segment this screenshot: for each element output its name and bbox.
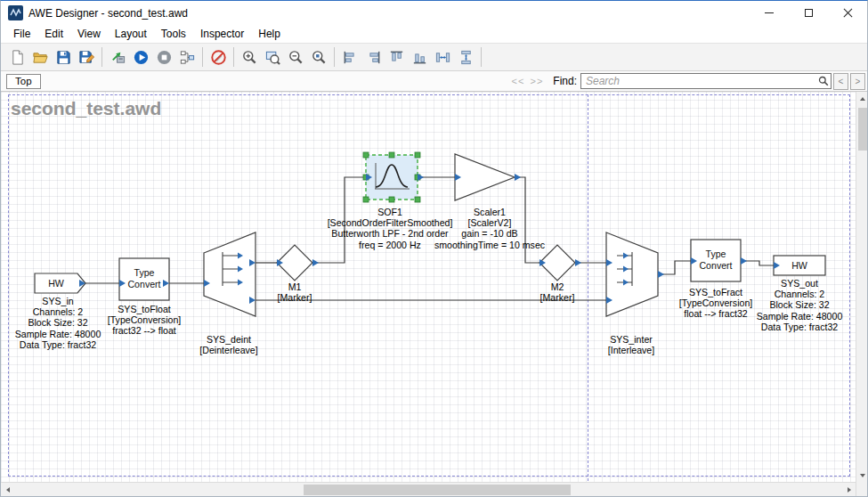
scroll-left-icon — [6, 487, 10, 493]
distribute-horizontal-button[interactable] — [431, 45, 454, 69]
toolbar-separator — [202, 47, 203, 67]
find-label: Find: — [553, 75, 577, 87]
no-highlight-button[interactable] — [207, 45, 230, 69]
menu-inspector[interactable]: Inspector — [193, 26, 251, 42]
align-right-icon — [365, 49, 382, 66]
find-box — [580, 73, 831, 89]
sys-in-caption: SYS_inChannels: 2 Block Size: 32Sample R… — [15, 296, 101, 350]
toolbar-separator — [334, 47, 335, 67]
sys-inter-caption: SYS_inter[Interleave] — [608, 334, 654, 355]
m1-caption: M1[Marker] — [278, 281, 312, 303]
vertical-scrollbar[interactable] — [856, 92, 867, 482]
sys-in-shape-label: HW — [48, 278, 64, 289]
menu-help[interactable]: Help — [251, 26, 288, 42]
align-right-button[interactable] — [361, 45, 385, 69]
sys-tofloat-caption: SYS_toFloat[TypeConversion] fract32 --> … — [108, 304, 181, 337]
block-sys-deint[interactable] — [204, 232, 256, 316]
toolbar-separator — [101, 47, 102, 67]
scroll-right-button[interactable] — [842, 483, 856, 497]
menu-bar: File Edit View Layout Tools Inspector He… — [1, 25, 867, 43]
sys-tofract-label-2: Convert — [699, 260, 732, 271]
menu-file[interactable]: File — [6, 26, 37, 42]
maximize-button[interactable] — [789, 1, 828, 25]
scroll-down-icon — [860, 474, 865, 477]
new-design-icon — [9, 49, 26, 66]
align-bottom-button[interactable] — [408, 45, 431, 69]
menu-tools[interactable]: Tools — [154, 26, 193, 42]
sys-deint-caption: SYS_deint[Deinterleave] — [199, 334, 257, 355]
distribute-vertical-icon — [458, 49, 475, 66]
align-top-button[interactable] — [385, 45, 408, 69]
search-icon[interactable] — [818, 76, 829, 86]
minimize-icon — [765, 12, 774, 13]
tab-strip: Top << >> Find: < > — [1, 71, 867, 92]
stop-button[interactable] — [152, 45, 175, 69]
save-as-button[interactable] — [75, 45, 98, 69]
menu-view[interactable]: View — [70, 26, 108, 42]
block-sof1[interactable] — [366, 155, 418, 200]
tab-top[interactable]: Top — [6, 74, 41, 89]
zoom-in-button[interactable] — [238, 45, 261, 69]
close-icon — [843, 8, 853, 18]
open-button[interactable] — [28, 45, 52, 69]
zoom-actual-icon — [311, 49, 328, 66]
toolbar — [1, 43, 867, 71]
nav-back-button[interactable]: << — [512, 76, 525, 86]
horizontal-scrollbar[interactable] — [1, 482, 856, 496]
app-window: AWE Designer - second_test.awd File Edit… — [0, 0, 868, 497]
open-folder-icon — [32, 49, 49, 66]
sys-out-shape-label: HW — [791, 260, 807, 271]
save-as-icon — [78, 49, 95, 66]
search-input[interactable] — [580, 73, 831, 89]
nav-forward-button[interactable]: >> — [530, 76, 543, 86]
zoom-fit-icon — [264, 49, 281, 66]
scaler1-caption: Scaler1[ScalerV2] gain = -10 dBsmoothing… — [434, 207, 545, 250]
save-button[interactable] — [52, 45, 75, 69]
zoom-actual-button[interactable] — [307, 45, 330, 69]
minimize-button[interactable] — [750, 1, 789, 25]
find-previous-button[interactable]: < — [833, 73, 848, 90]
new-design-button[interactable] — [5, 45, 28, 69]
sys-out-caption: SYS_outChannels: 2 Block Size: 32Sample … — [757, 278, 843, 332]
connect-target-button[interactable] — [106, 45, 129, 69]
run-button[interactable] — [129, 45, 152, 69]
save-icon — [55, 49, 72, 66]
align-left-button[interactable] — [338, 45, 361, 69]
m2-caption: M2[Marker] — [540, 281, 575, 303]
app-logo-icon — [8, 5, 23, 20]
no-highlight-icon — [210, 49, 227, 66]
zoom-out-button[interactable] — [284, 45, 307, 69]
propagate-button[interactable] — [175, 45, 199, 69]
align-left-icon — [342, 49, 359, 66]
sys-tofract-label-1: Type — [706, 248, 726, 259]
run-icon — [133, 49, 150, 66]
toolbar-separator — [233, 47, 234, 67]
title-bar: AWE Designer - second_test.awd — [1, 1, 867, 25]
zoom-out-icon — [288, 49, 304, 66]
find-next-button[interactable]: > — [850, 73, 865, 90]
scroll-down-button[interactable] — [856, 468, 868, 482]
zoom-in-icon — [241, 49, 258, 66]
horizontal-scrollbar-thumb[interactable] — [304, 485, 571, 495]
design-canvas[interactable]: second_test.awd — [1, 92, 856, 482]
scrollbar-corner — [856, 482, 867, 496]
vertical-scrollbar-thumb[interactable] — [858, 108, 867, 151]
block-scaler1[interactable] — [455, 154, 515, 200]
propagate-icon — [179, 49, 196, 66]
scroll-left-button[interactable] — [1, 483, 14, 497]
sys-tofract-caption: SYS_toFract[TypeConversion] float --> fr… — [679, 287, 752, 320]
scroll-up-button[interactable] — [856, 92, 868, 105]
menu-layout[interactable]: Layout — [108, 26, 154, 42]
distribute-horizontal-icon — [434, 49, 451, 66]
zoom-fit-button[interactable] — [261, 45, 284, 69]
wire[interactable] — [658, 261, 691, 274]
toolbar-separator — [481, 47, 482, 67]
sys-tofloat-label-2: Convert — [127, 279, 160, 289]
close-button[interactable] — [828, 1, 867, 25]
scroll-right-icon — [848, 487, 851, 493]
maximize-icon — [805, 9, 813, 17]
distribute-vertical-button[interactable] — [454, 45, 477, 69]
align-bottom-icon — [411, 49, 428, 66]
sys-tofloat-label-1: Type — [134, 267, 155, 278]
menu-edit[interactable]: Edit — [37, 26, 70, 42]
